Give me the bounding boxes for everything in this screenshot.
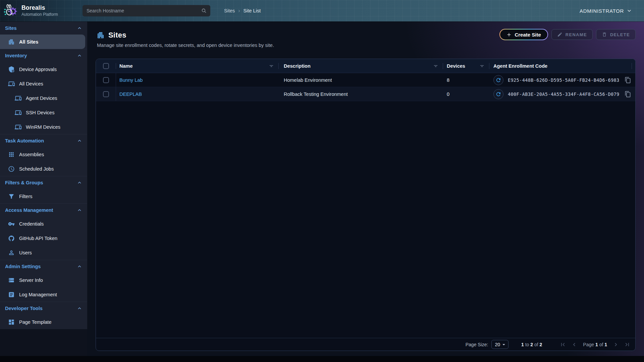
table-row[interactable]: DEEPLAB Rollback Testing Environment 0 4… [96,87,635,101]
breadcrumb-root[interactable]: Sites [224,8,235,13]
plus-icon [506,32,512,37]
table-header-row: Name Description Devices Agent Enrollmen… [96,59,635,73]
site-name-link[interactable]: Bunny Lab [119,77,143,83]
sidebar-item-github-api-token[interactable]: GitHub API Token [0,231,87,245]
last-page-icon[interactable] [624,341,631,348]
section-label: Task Automation [5,138,76,143]
search-icon [201,8,207,14]
sidebar-item-page-template[interactable]: Page Template [0,315,87,329]
top-bar: Borealis Automation Platform Sites › Sit… [0,0,644,21]
copy-icon[interactable] [625,91,631,98]
brand-name: Borealis [21,4,58,11]
site-name-link[interactable]: DEEPLAB [119,92,142,97]
devices-icon [15,109,21,116]
sidebar-section-developer-tools[interactable]: Developer Tools [0,302,87,315]
sites-table: Name Description Devices Agent Enrollmen… [96,59,636,351]
filter-icon[interactable] [479,63,485,69]
column-header-name[interactable]: Name [116,59,279,73]
key-icon [8,221,15,227]
table-empty-area [96,101,635,338]
server-icon [8,277,15,284]
row-checkbox[interactable] [103,91,109,97]
sidebar-item-log-management[interactable]: Log Management [0,287,87,302]
search-input[interactable] [83,5,210,16]
sidebar-item-assemblies[interactable]: Assemblies [0,147,87,162]
sidebar-item-filters[interactable]: Filters [0,189,87,203]
sidebar-item-ssh-devices[interactable]: SSH Devices [0,105,87,120]
chevron-up-icon [76,53,83,59]
section-label: Sites [5,25,76,31]
rename-button[interactable]: RENAME [551,29,593,40]
sidebar-item-all-devices[interactable]: All Devices [0,76,87,91]
clock-icon [8,166,15,172]
breadcrumb-current: Site List [244,8,261,13]
first-page-icon[interactable] [559,341,566,348]
sidebar-item-device-approvals[interactable]: Device Approvals [0,62,87,76]
sidebar-item-agent-devices[interactable]: Agent Devices [0,91,87,105]
sidebar-section-task-automation[interactable]: Task Automation [0,134,87,147]
refresh-icon [495,91,501,97]
rotate-code-button[interactable] [493,75,503,85]
bottom-edge-strip [0,356,644,362]
chevron-up-icon [76,180,83,186]
delete-button[interactable]: DELETE [596,29,636,40]
brand-logo: Borealis Automation Platform [3,3,58,18]
column-header-enrollment-code[interactable]: Agent Enrollment Code [489,59,635,73]
rotate-code-button[interactable] [493,89,503,99]
user-menu-button[interactable]: ADMINISTRATOR [580,0,633,21]
section-label: Filters & Groups [5,180,76,185]
chevron-up-icon [76,263,83,269]
column-header-description[interactable]: Description [279,59,443,73]
select-all-checkbox[interactable] [103,63,109,69]
table-footer: Page Size: 20 1 to 2 of 2 Page 1 of 1 [96,338,635,351]
row-range-text: 1 to 2 of 2 [521,342,542,347]
sidebar-item-scheduled-jobs[interactable]: Scheduled Jobs [0,162,87,176]
sidebar-item-users[interactable]: Users [0,245,87,260]
sidebar-section-sites[interactable]: Sites [0,21,87,35]
section-label: Inventory [5,53,76,58]
log-icon [8,291,15,298]
github-icon [8,235,15,242]
select-all-cell [96,59,116,73]
site-device-count: 0 [447,92,449,97]
sidebar: Sites All Sites Inventory Device Approva… [0,21,87,329]
dashboard-icon [8,319,15,325]
grid-icon [8,151,15,158]
page-size-label: Page Size: [466,342,488,347]
trash-icon [602,32,607,37]
site-description: Homelab Environment [284,77,332,83]
site-description: Rollback Testing Environment [284,92,348,97]
copy-icon[interactable] [625,77,631,83]
chevron-up-icon [76,25,83,31]
sidebar-item-winrm-devices[interactable]: WinRM Devices [0,120,87,134]
sidebar-section-access-management[interactable]: Access Management [0,203,87,217]
section-label: Access Management [5,207,76,213]
user-menu-label: ADMINISTRATOR [580,8,624,14]
filter-icon[interactable] [268,63,274,69]
pencil-icon [557,32,562,37]
next-page-icon[interactable] [612,341,619,348]
hostname-search [83,5,210,16]
sidebar-item-all-sites[interactable]: All Sites [0,35,85,49]
page-info-text: Page 1 of 1 [583,342,607,347]
create-site-button[interactable]: Create Site [499,29,548,40]
page-size-select[interactable]: 20 [491,340,508,349]
sidebar-section-filters-groups[interactable]: Filters & Groups [0,176,87,189]
rabbit-logo-icon [3,3,18,18]
sidebar-section-inventory[interactable]: Inventory [0,49,87,62]
funnel-icon [8,193,15,200]
column-header-devices[interactable]: Devices [443,59,489,73]
previous-page-icon[interactable] [571,341,578,348]
filter-icon[interactable] [433,63,439,69]
user-icon [8,249,15,256]
sidebar-item-server-info[interactable]: Server Info [0,273,87,287]
refresh-icon [495,77,501,83]
table-row[interactable]: Bunny Lab Homelab Environment 8 E925-448… [96,73,635,87]
chevron-up-icon [76,138,83,144]
page-subtitle: Manage site enrollment codes, rotate sec… [97,43,274,48]
sidebar-section-admin-settings[interactable]: Admin Settings [0,260,87,273]
site-device-count: 8 [447,77,449,83]
row-checkbox[interactable] [103,77,109,83]
main-content: Sites Manage site enrollment codes, rota… [87,21,644,356]
sidebar-item-credentials[interactable]: Credentials [0,217,87,231]
